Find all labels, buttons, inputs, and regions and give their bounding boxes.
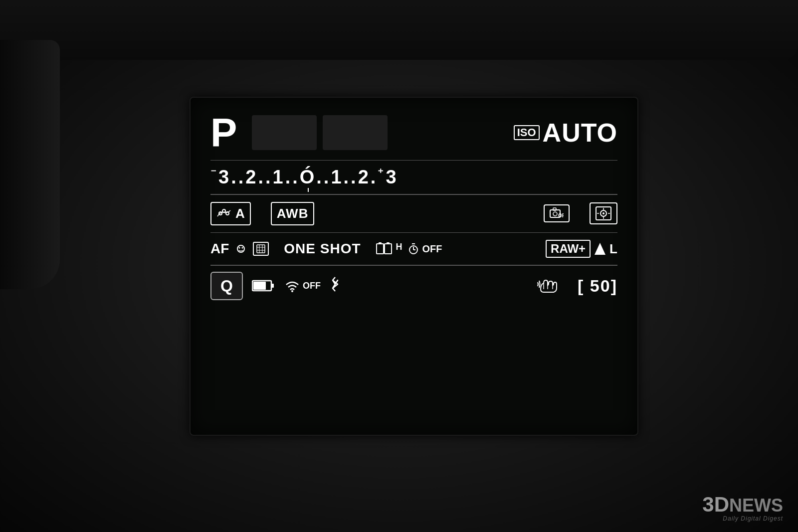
svg-rect-23 xyxy=(377,244,384,254)
iso-value[interactable]: AUTO xyxy=(543,118,617,148)
metering-mode-icon[interactable] xyxy=(590,202,617,224)
svg-line-37 xyxy=(333,288,335,291)
white-balance-icon[interactable]: AWB xyxy=(271,202,315,225)
svg-point-35 xyxy=(291,290,293,292)
wifi-icon: OFF xyxy=(284,279,321,293)
svg-point-5 xyxy=(553,212,557,216)
svg-rect-33 xyxy=(253,282,266,290)
svg-text:OFF: OFF xyxy=(558,213,564,218)
bluetooth-icon xyxy=(330,276,341,296)
af-face-svg xyxy=(234,243,248,255)
selftimer-svg xyxy=(406,242,420,256)
svg-rect-17 xyxy=(253,242,268,255)
ev-scale-display: ⁻3..2..1..Ó..1..2.⁺3 xyxy=(210,167,399,188)
row-picture-wb: A AWB OFF xyxy=(210,195,617,232)
row-af-drive: AF ONE SHOT xyxy=(210,233,617,265)
svg-point-16 xyxy=(242,247,243,249)
watermark-news: NEWS xyxy=(729,497,783,515)
wifi-svg xyxy=(284,279,301,293)
row-mode-iso: P ISO AUTO xyxy=(210,108,617,160)
svg-rect-4 xyxy=(553,208,556,210)
battery-icon xyxy=(252,279,275,292)
battery-svg xyxy=(252,279,275,292)
svg-point-15 xyxy=(239,247,240,249)
svg-rect-26 xyxy=(387,242,390,244)
wb-label: AWB xyxy=(277,206,309,221)
q-button[interactable]: Q xyxy=(210,272,243,300)
drive-mode-group[interactable]: H OFF xyxy=(376,242,442,256)
exposure-slot-2 xyxy=(323,115,388,150)
coff-svg: OFF xyxy=(550,207,564,219)
picture-style-icon[interactable]: A xyxy=(210,202,251,225)
svg-rect-24 xyxy=(379,242,382,244)
coff-icon[interactable]: OFF xyxy=(544,204,570,222)
watermark-logo: 3D NEWS xyxy=(702,494,783,515)
exposure-slots xyxy=(252,115,388,150)
svg-line-36 xyxy=(333,277,335,280)
drive-svg xyxy=(376,242,394,256)
image-size: L xyxy=(609,241,617,257)
ev-plus3: ⁺ xyxy=(378,167,386,179)
shooting-mode[interactable]: P xyxy=(210,113,237,153)
svg-rect-18 xyxy=(257,245,265,253)
iso-group: ISO AUTO xyxy=(514,118,617,148)
stabilize-svg xyxy=(537,275,559,293)
af-grid-svg xyxy=(253,242,269,256)
camera-grip xyxy=(0,40,60,289)
raw-label: RAW+ xyxy=(546,240,591,258)
picture-style-label: A xyxy=(235,206,245,221)
af-label: AF xyxy=(210,241,229,257)
watermark-3d: 3D xyxy=(702,494,729,515)
svg-rect-34 xyxy=(271,284,274,288)
stabilize-icon xyxy=(537,275,559,297)
iso-label: ISO xyxy=(514,125,540,140)
drive-speed: H xyxy=(396,242,402,252)
metering-svg xyxy=(596,206,611,220)
image-quality-group[interactable]: RAW+ L xyxy=(546,240,617,258)
watermark-tagline: Daily Digital Digest xyxy=(723,515,783,522)
ev-minus3: ⁻ xyxy=(210,167,218,179)
camera-body: P ISO AUTO ⁻3..2..1..Ó..1..2.⁺3 xyxy=(0,0,798,532)
picture-style-svg xyxy=(216,207,231,219)
af-one-shot[interactable]: ONE SHOT xyxy=(284,241,361,257)
bluetooth-svg xyxy=(330,276,341,292)
af-mode-group[interactable]: AF xyxy=(210,241,269,257)
selftimer-off: OFF xyxy=(422,243,442,255)
exposure-slot-1 xyxy=(252,115,317,150)
lcd-screen: P ISO AUTO ⁻3..2..1..Ó..1..2.⁺3 xyxy=(190,97,638,436)
svg-marker-31 xyxy=(595,243,605,255)
row-status: Q OFF xyxy=(210,266,617,300)
size-triangle-svg xyxy=(594,242,606,256)
svg-point-9 xyxy=(602,212,604,214)
watermark: 3D NEWS Daily Digital Digest xyxy=(702,494,783,522)
shot-count: [ 50] xyxy=(578,276,617,296)
wifi-off-label: OFF xyxy=(303,281,321,291)
row-ev-scale: ⁻3..2..1..Ó..1..2.⁺3 xyxy=(210,161,617,194)
svg-rect-25 xyxy=(385,244,392,254)
